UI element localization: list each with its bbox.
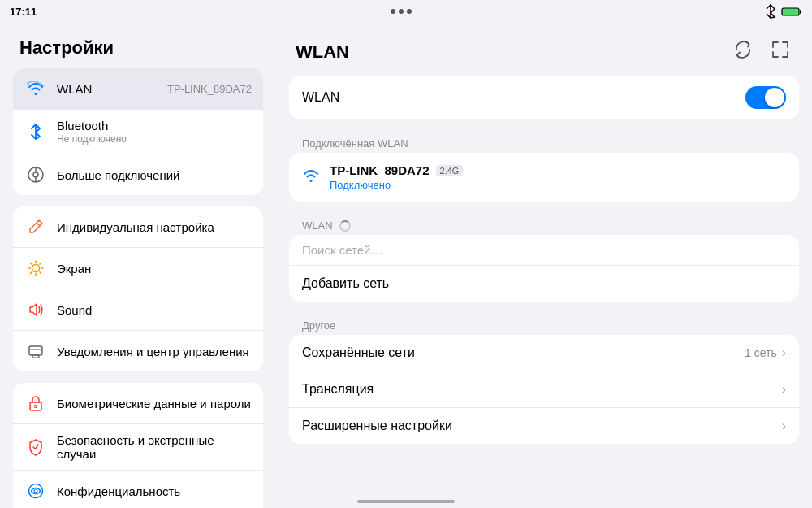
svg-rect-21 (32, 355, 39, 358)
dot-1 (391, 9, 395, 14)
loading-spinner (339, 220, 351, 232)
bell-icon (24, 340, 47, 363)
other-section-label: Другое (289, 313, 799, 335)
advanced-label: Расширенные настройки (302, 419, 782, 433)
wlan-value: TP-LINK_89DA72 (167, 83, 252, 95)
status-bar: 17:11 (0, 0, 812, 23)
saved-networks-value: 1 сеть (745, 346, 777, 359)
net-badge: 2.4G (436, 165, 464, 176)
svg-point-7 (33, 172, 38, 177)
scroll-indicator (357, 500, 455, 503)
sidebar-item-notifications[interactable]: Уведомления и центр управления (13, 331, 263, 371)
connected-wifi-icon (302, 168, 320, 187)
search-row: Поиск сетей… (289, 235, 799, 266)
sidebar-group-security: Биометрические данные и пароли Безопасно… (13, 383, 263, 508)
cast-label: Трансляция (302, 382, 782, 397)
dot-2 (399, 9, 404, 14)
svg-line-16 (40, 272, 41, 274)
bluetooth-status-icon (765, 4, 776, 19)
net-name-text: TP-LINK_89DA72 (330, 163, 430, 177)
sidebar-item-bluetooth[interactable]: Bluetooth Не подключено (13, 110, 263, 154)
battery-status-icon (781, 7, 802, 17)
sound-text: Sound (57, 303, 252, 317)
wlan-list-section: Поиск сетей… Добавить сеть (289, 235, 799, 302)
bluetooth-label: Bluetooth (57, 119, 252, 132)
sidebar-item-security[interactable]: Безопасность и экстренные случаи (13, 424, 263, 471)
brush-icon (24, 215, 47, 238)
wlan-toggle-row[interactable]: WLAN (289, 76, 799, 119)
sun-icon (24, 257, 47, 280)
sound-label: Sound (57, 303, 252, 317)
svg-point-25 (34, 489, 37, 493)
wlan-text: WLAN (57, 82, 167, 96)
svg-line-17 (40, 263, 41, 264)
bluetooth-text: Bluetooth Не подключено (57, 119, 252, 145)
display-text: Экран (57, 262, 252, 276)
saved-networks-chevron: › (782, 345, 786, 360)
status-time: 17:11 (10, 6, 37, 18)
sound-icon (24, 298, 47, 321)
saved-networks-row[interactable]: Сохранённые сети 1 сеть › (289, 335, 799, 371)
sidebar-group-personalization: Индивидуальная настройка (13, 206, 263, 371)
dot-3 (407, 9, 412, 14)
sidebar-item-personal[interactable]: Индивидуальная настройка (13, 206, 263, 248)
sidebar-item-sound[interactable]: Sound (13, 289, 263, 331)
wlan-toggle-label: WLAN (302, 90, 745, 105)
expand-button[interactable] (768, 37, 793, 66)
privacy-icon (24, 480, 47, 502)
status-icons (765, 4, 802, 19)
security-text: Безопасность и экстренные случаи (57, 433, 252, 461)
privacy-text: Конфиденциальность (57, 484, 252, 498)
saved-networks-label: Сохранённые сети (302, 345, 745, 360)
wlan-toggle-section: WLAN (289, 76, 799, 119)
sidebar-group-network: WLAN TP-LINK_89DA72 Bluetooth Не подключ… (13, 68, 263, 195)
svg-rect-2 (782, 8, 799, 15)
right-header: WLAN (289, 31, 799, 76)
status-dots (391, 9, 412, 14)
personal-label: Индивидуальная настройка (57, 220, 252, 234)
refresh-button[interactable] (731, 37, 755, 66)
right-header-icons (731, 37, 793, 66)
net-info: TP-LINK_89DA72 2.4G Подключено (330, 163, 786, 191)
sidebar-title: Настройки (13, 31, 263, 68)
lock-icon (24, 392, 47, 415)
cast-row[interactable]: Трансляция › (289, 371, 799, 408)
advanced-row[interactable]: Расширенные настройки › (289, 408, 799, 444)
add-network-label: Добавить сеть (302, 276, 786, 291)
notifications-text: Уведомления и центр управления (57, 345, 252, 358)
shield-icon (24, 436, 47, 458)
right-panel: WLAN (276, 23, 812, 508)
wifi-icon (24, 77, 47, 100)
cast-chevron: › (782, 382, 786, 397)
wlan-toggle[interactable] (745, 86, 786, 109)
sidebar-item-biometrics[interactable]: Биометрические данные и пароли (13, 383, 263, 424)
svg-point-10 (32, 265, 40, 272)
svg-line-18 (30, 272, 32, 274)
sidebar: Настройки WLAN TP-LINK_89DA72 (0, 23, 276, 508)
net-name: TP-LINK_89DA72 2.4G (330, 163, 786, 177)
security-label: Безопасность и экстренные случаи (57, 433, 252, 461)
bluetooth-icon (24, 120, 47, 143)
other-section: Сохранённые сети 1 сеть › Трансляция › Р… (289, 335, 799, 444)
add-network-row[interactable]: Добавить сеть (289, 266, 799, 302)
search-text: Поиск сетей… (302, 243, 383, 257)
connected-section: TP-LINK_89DA72 2.4G Подключено (289, 153, 799, 202)
biometrics-label: Биометрические данные и пароли (57, 397, 252, 410)
biometrics-text: Биометрические данные и пароли (57, 397, 252, 410)
notifications-label: Уведомления и центр управления (57, 345, 252, 358)
sidebar-item-more-connections[interactable]: Больше подключений (13, 154, 263, 195)
privacy-label: Конфиденциальность (57, 484, 252, 498)
wlan-section-header: WLAN (289, 213, 799, 235)
connected-network-row[interactable]: TP-LINK_89DA72 2.4G Подключено (289, 153, 799, 202)
sidebar-item-privacy[interactable]: Конфиденциальность (13, 471, 263, 508)
sidebar-item-wlan[interactable]: WLAN TP-LINK_89DA72 (13, 68, 263, 110)
advanced-chevron: › (782, 419, 786, 433)
toggle-knob (765, 88, 784, 107)
more-connections-text: Больше подключений (57, 168, 252, 182)
svg-rect-22 (30, 402, 41, 410)
svg-point-23 (35, 406, 37, 408)
svg-rect-3 (800, 10, 801, 14)
sidebar-item-display[interactable]: Экран (13, 248, 263, 289)
main-layout: Настройки WLAN TP-LINK_89DA72 (0, 0, 812, 508)
more-connections-label: Больше подключений (57, 168, 252, 182)
